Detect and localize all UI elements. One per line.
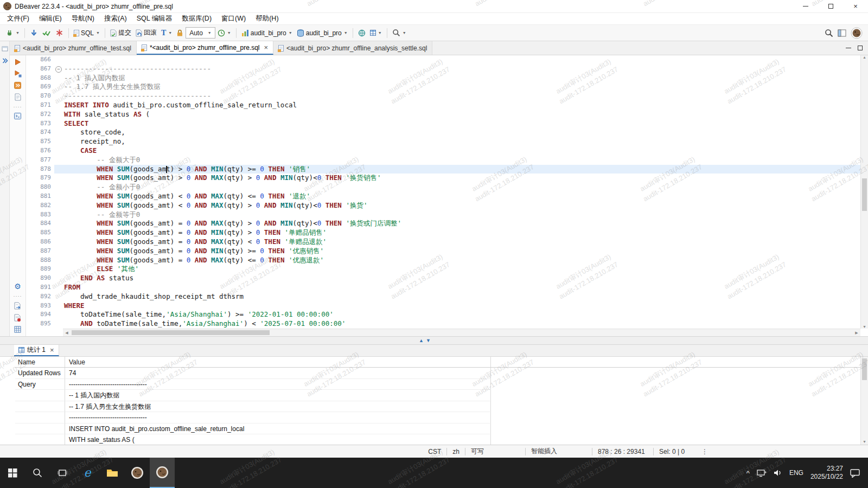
- statusbar-item[interactable]: zh: [447, 448, 465, 455]
- code-line[interactable]: 874 store_code,: [26, 128, 868, 137]
- results-column-value[interactable]: Value: [65, 357, 491, 367]
- code-line[interactable]: 876 CASE: [26, 146, 868, 156]
- export-grid-button[interactable]: [14, 326, 21, 333]
- code-line[interactable]: 890 END AS status: [26, 274, 868, 283]
- check-connections-button[interactable]: [40, 27, 53, 40]
- horizontal-scrollbar[interactable]: ◀ ▶: [63, 329, 860, 336]
- result-row[interactable]: WITH sale_status AS (: [15, 434, 860, 445]
- result-row[interactable]: ------------------------------------: [15, 412, 860, 423]
- quick-search-button[interactable]: [822, 27, 835, 40]
- code-line[interactable]: 886 WHEN SUM(goods_amt) = 0 AND MAX(qty)…: [26, 237, 868, 247]
- menu-item[interactable]: 文件(F): [2, 12, 34, 25]
- code-line[interactable]: 871INSERT INTO audit_bi_pro.custom_offli…: [26, 101, 868, 110]
- code-scroll[interactable]: 866867----------------------------------…: [26, 55, 868, 329]
- code-line[interactable]: 883 -- 金额等于0: [26, 210, 868, 220]
- editor-tab[interactable]: <audit_bi_pro> zhumr_offline_test.sql: [10, 41, 137, 55]
- scroll-up-icon[interactable]: ▲: [861, 55, 868, 59]
- notification-center-icon[interactable]: [850, 468, 860, 478]
- scroll-right-icon[interactable]: ▶: [853, 331, 860, 335]
- transaction-timeout-button[interactable]: ▼: [215, 27, 233, 40]
- results-column-name[interactable]: Name: [15, 357, 65, 367]
- code-line[interactable]: 891FROM: [26, 283, 868, 292]
- scroll-left-icon[interactable]: ◀: [63, 331, 71, 335]
- result-row[interactable]: INSERT INTO audit_bi_pro.custom_offline_…: [15, 423, 860, 435]
- fold-collapse-icon[interactable]: [54, 65, 63, 74]
- tab-close-icon[interactable]: ×: [264, 43, 269, 52]
- menu-item[interactable]: SQL 编辑器: [132, 12, 177, 25]
- sql-editor-menu-button[interactable]: SQL ▼: [72, 27, 102, 40]
- statusbar-item[interactable]: 可写: [465, 447, 525, 456]
- code-line[interactable]: 885 WHEN SUM(goods_amt) = 0 AND MIN(qty)…: [26, 228, 868, 237]
- export-file-button[interactable]: [14, 302, 21, 310]
- code-line[interactable]: 868-- 1 插入国内数据: [26, 74, 868, 83]
- code-line[interactable]: 872WITH sale_status AS (: [26, 110, 868, 119]
- scroll-down-icon[interactable]: ▼: [861, 440, 868, 444]
- code-line[interactable]: 880 -- 金额小于0: [26, 183, 868, 192]
- result-row[interactable]: Query-----------------------------------…: [15, 379, 860, 390]
- dbeaver-taskbar-button-2[interactable]: [150, 458, 175, 488]
- menu-item[interactable]: 帮助(H): [251, 12, 283, 25]
- maximize-button[interactable]: [818, 0, 843, 12]
- panel-splitter[interactable]: ▲▼: [0, 336, 868, 345]
- code-line[interactable]: 893WHERE: [26, 301, 868, 311]
- menu-item[interactable]: 搜索(A): [99, 12, 132, 25]
- code-line[interactable]: 884 WHEN SUM(goods_amt) = 0 AND MAX(qty)…: [26, 219, 868, 228]
- statusbar-overflow-icon[interactable]: ⋮: [701, 448, 708, 455]
- fetch-all-button[interactable]: [28, 27, 40, 40]
- code-line[interactable]: 878 WHEN SUM(goods_amt) > 0 AND MIN(qty)…: [26, 165, 868, 174]
- overflow-dots-icon[interactable]: ····: [14, 294, 22, 298]
- code-line[interactable]: 894 toDateTime(sale_time,'Asia/Shanghai'…: [26, 310, 868, 319]
- tray-expand-icon[interactable]: ^: [746, 469, 750, 477]
- database-navigator-icon[interactable]: [2, 57, 8, 64]
- code-line[interactable]: 867------------------------------------: [26, 65, 868, 74]
- language-indicator[interactable]: ENG: [789, 469, 803, 477]
- new-connection-button[interactable]: ▼: [3, 27, 22, 40]
- statusbar-item[interactable]: 878 : 26 : 29341: [592, 448, 653, 455]
- statusbar-item[interactable]: Sel: 0 | 0: [654, 448, 694, 455]
- explain-plan-button[interactable]: [15, 93, 21, 101]
- editor-tab[interactable]: *<audit_bi_pro> zhumr_offline_pre.sql×: [137, 41, 273, 55]
- dbeaver-taskbar-button-1[interactable]: [125, 458, 150, 488]
- collapse-down-icon[interactable]: ▼: [426, 337, 431, 344]
- execute-statement-button[interactable]: [14, 59, 21, 66]
- schema-selector[interactable]: audit_bi_pro ▼: [295, 27, 350, 40]
- minimize-view-icon[interactable]: [846, 48, 851, 48]
- code-line[interactable]: 873SELECT: [26, 119, 868, 129]
- code-line[interactable]: 881 WHEN SUM(goods_amt) < 0 AND MAX(qty)…: [26, 192, 868, 201]
- splitter-controls[interactable]: ▲▼: [419, 337, 431, 344]
- overflow-dots-icon[interactable]: ····: [14, 105, 22, 108]
- result-row[interactable]: -- 1.7 插入男生女生换货数据: [15, 401, 860, 413]
- menu-item[interactable]: 导航(N): [67, 12, 99, 25]
- taskbar-search-button[interactable]: [25, 458, 50, 488]
- dbeaver-logo[interactable]: [848, 27, 865, 40]
- vertical-scrollbar[interactable]: ▲ ▼: [860, 55, 868, 329]
- transaction-log-button[interactable]: T ▼: [159, 27, 174, 40]
- save-file-button[interactable]: [14, 314, 21, 322]
- tab-close-icon[interactable]: ×: [50, 346, 54, 354]
- start-button[interactable]: [0, 458, 25, 488]
- editor-tab[interactable]: <audit_bi_pro> zhumr_offline_analysis_se…: [273, 41, 432, 55]
- search-menu-button[interactable]: ▼: [390, 27, 409, 40]
- maximize-view-icon[interactable]: [858, 46, 863, 50]
- results-scroll-thumb[interactable]: [862, 358, 867, 380]
- statusbar-item[interactable]: 智能插入: [526, 447, 592, 456]
- autocommit-combo[interactable]: Auto ▼: [186, 27, 215, 38]
- code-line[interactable]: 877 -- 金额大于0: [26, 156, 868, 165]
- network-icon[interactable]: [757, 469, 767, 477]
- speaker-icon[interactable]: [774, 469, 782, 477]
- statusbar-item[interactable]: CST: [423, 448, 446, 455]
- restore-panel-icon[interactable]: [2, 46, 8, 52]
- open-console-button[interactable]: [14, 113, 21, 119]
- minimize-button[interactable]: [793, 0, 818, 12]
- code-line[interactable]: 882 WHEN SUM(goods_amt) < 0 AND MAX(qty)…: [26, 201, 868, 210]
- code-line[interactable]: 888 WHEN SUM(goods_amt) = 0 AND MAX(qty)…: [26, 256, 868, 265]
- code-line[interactable]: 875 receipt_no,: [26, 137, 868, 146]
- statistics-tab[interactable]: 统计 1 ×: [14, 345, 59, 356]
- settings-gear-icon[interactable]: ⚙: [14, 282, 21, 290]
- close-button[interactable]: ×: [843, 0, 868, 12]
- code-line[interactable]: 866: [26, 55, 868, 65]
- code-line[interactable]: 870------------------------------------: [26, 92, 868, 101]
- taskbar-clock[interactable]: 23:27 2025/10/22: [810, 465, 843, 481]
- task-view-button[interactable]: [50, 458, 75, 488]
- grid-presentation-button[interactable]: ▼: [368, 27, 384, 40]
